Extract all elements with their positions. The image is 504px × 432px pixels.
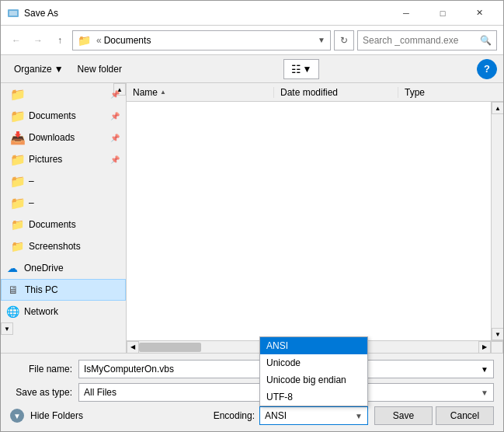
sidebar-item-network[interactable]: 🌐 Network <box>1 301 126 322</box>
v-scroll-down[interactable]: ▼ <box>492 328 503 340</box>
back-button[interactable]: ← <box>7 31 26 50</box>
encoding-option-utf8[interactable]: UTF-8 <box>260 388 367 406</box>
scroll-area: ▲ ▼ <box>127 102 503 340</box>
encoding-dropdown: ANSI Unicode Unicode big endian UTF-8 <box>259 336 368 406</box>
bottom-area: File name: IsMyComputerOn.vbs ▼ Save as … <box>1 353 503 431</box>
v-scroll-track[interactable] <box>492 114 503 328</box>
forward-button[interactable]: → <box>29 31 47 50</box>
search-box[interactable]: 🔍 <box>357 30 497 51</box>
h-scroll-end <box>491 341 503 354</box>
sidebar-item-pictures[interactable]: 📁 Pictures 📌 <box>1 148 126 170</box>
file-name-row: File name: IsMyComputerOn.vbs ▼ <box>10 360 494 378</box>
path-folder-icon: 📁 <box>78 34 91 47</box>
pc-icon: 🖥 <box>6 284 20 296</box>
new-folder-button[interactable]: New folder <box>71 59 129 79</box>
dialog-title: Save As <box>24 8 388 19</box>
hide-folders-icon: ▼ <box>10 409 24 423</box>
sidebar-scroll-down[interactable]: ▼ <box>1 322 13 335</box>
encoding-label: Encoding: <box>214 410 255 421</box>
toolbar: Organize ▼ New folder ☷ ▼ ? <box>1 55 503 83</box>
save-as-dialog: Save As ─ □ ✕ ← → ↑ 📁 « Documents ▼ ↻ 🔍 … <box>0 0 504 432</box>
title-bar: Save As ─ □ ✕ <box>1 1 503 26</box>
svg-rect-1 <box>9 11 17 16</box>
sidebar-item-blank1[interactable]: 📁 – <box>1 170 126 192</box>
up-button[interactable]: ↑ <box>50 31 69 50</box>
h-scroll-left[interactable]: ◀ <box>127 341 139 354</box>
folder-icon: 📁 <box>10 152 24 167</box>
sidebar: ▲ 📁 📌 📁 Documents 📌 📥 Downloads 📌 <box>1 83 127 353</box>
sidebar-item-onedrive[interactable]: ☁ OneDrive <box>1 257 126 279</box>
network-icon: 🌐 <box>5 305 19 318</box>
h-scroll-right[interactable]: ▶ <box>478 341 491 354</box>
encoding-option-unicode-big[interactable]: Unicode big endian <box>260 371 367 388</box>
view-icon: ☷ <box>291 63 301 75</box>
path-text: Documents <box>104 35 151 46</box>
cloud-icon: ☁ <box>5 262 19 274</box>
encoding-wrapper: ANSI ▼ ANSI Unicode Unicode big endian U… <box>259 406 368 425</box>
encoding-option-unicode[interactable]: Unicode <box>260 354 367 371</box>
sidebar-item-documents[interactable]: 📁 Documents 📌 <box>1 105 126 127</box>
downloads-folder-icon: 📥 <box>10 131 24 145</box>
sidebar-item-downloads[interactable]: 📥 Downloads 📌 <box>1 127 126 148</box>
search-input[interactable] <box>363 35 480 46</box>
sidebar-item-screenshots[interactable]: 📁 Screenshots <box>1 235 126 257</box>
folder-icon: 📁 <box>10 174 24 189</box>
save-button[interactable]: Save <box>374 406 433 425</box>
maximize-button[interactable]: □ <box>425 2 461 25</box>
folder-icon: 📁 <box>10 87 24 102</box>
file-name-label: File name: <box>10 364 72 375</box>
encoding-section: Encoding: ANSI ▼ ANSI Unicode Unicode bi… <box>214 406 368 425</box>
minimize-button[interactable]: ─ <box>388 2 424 25</box>
file-input-dropdown[interactable]: ▼ <box>481 365 488 374</box>
folder-icon: 📁 <box>10 109 24 124</box>
path-separator: « <box>96 35 102 46</box>
title-icon <box>7 7 19 19</box>
hide-folders-button[interactable]: ▼ Hide Folders <box>10 409 83 423</box>
search-icon: 🔍 <box>480 35 492 46</box>
sidebar-item-blank2[interactable]: 📁 – <box>1 192 126 214</box>
file-list-header: Name ▲ Date modified Type <box>127 83 503 102</box>
v-scrollbar: ▲ ▼ <box>491 102 503 340</box>
pc-folder-icon2: 📁 <box>10 240 24 253</box>
view-button[interactable]: ☷ ▼ <box>283 59 319 79</box>
main-content: ▲ 📁 📌 📁 Documents 📌 📥 Downloads 📌 <box>1 83 503 353</box>
action-row: ▼ Hide Folders Encoding: ANSI ▼ ANSI Uni… <box>10 406 494 425</box>
path-dropdown-arrow[interactable]: ▼ <box>318 36 325 44</box>
address-path[interactable]: 📁 « Documents ▼ <box>72 30 331 51</box>
folder-icon: 📁 <box>10 196 24 211</box>
encoding-option-ansi[interactable]: ANSI <box>260 337 367 354</box>
pin-icon: 📌 <box>110 90 120 99</box>
organize-button[interactable]: Organize ▼ <box>7 59 71 79</box>
window-controls: ─ □ ✕ <box>388 2 497 25</box>
h-scroll-thumb[interactable] <box>139 343 201 352</box>
view-dropdown-arrow: ▼ <box>303 64 312 75</box>
address-bar: ← → ↑ 📁 « Documents ▼ ↻ 🔍 <box>1 26 503 55</box>
pc-folder-icon: 📁 <box>10 218 24 231</box>
col-name-header[interactable]: Name ▲ <box>127 87 273 98</box>
organize-dropdown-icon: ▼ <box>54 64 64 75</box>
file-area: Name ▲ Date modified Type ▲ ▼ <box>127 83 503 353</box>
sidebar-item-folder1[interactable]: 📁 📌 <box>1 83 126 105</box>
sidebar-item-this-pc[interactable]: 🖥 This PC <box>1 279 126 301</box>
col-type-header[interactable]: Type <box>398 87 491 98</box>
save-as-type-label: Save as type: <box>10 387 72 398</box>
pin-icon: 📌 <box>110 112 120 120</box>
encoding-select[interactable]: ANSI ▼ <box>259 406 368 425</box>
encoding-dropdown-arrow: ▼ <box>355 412 363 420</box>
save-as-type-row: Save as type: All Files ▼ <box>10 383 494 402</box>
sidebar-item-documents2[interactable]: 📁 Documents <box>1 214 126 235</box>
help-button[interactable]: ? <box>477 59 497 79</box>
close-button[interactable]: ✕ <box>461 2 497 25</box>
file-list-content <box>127 102 491 340</box>
col-date-header[interactable]: Date modified <box>273 87 398 98</box>
sort-arrow: ▲ <box>160 89 166 96</box>
pin-icon: 📌 <box>110 134 120 142</box>
pin-icon: 📌 <box>110 155 120 164</box>
refresh-button[interactable]: ↻ <box>334 30 354 51</box>
cancel-button[interactable]: Cancel <box>436 406 494 425</box>
type-dropdown-arrow: ▼ <box>481 388 488 397</box>
v-scroll-up[interactable]: ▲ <box>492 102 503 114</box>
